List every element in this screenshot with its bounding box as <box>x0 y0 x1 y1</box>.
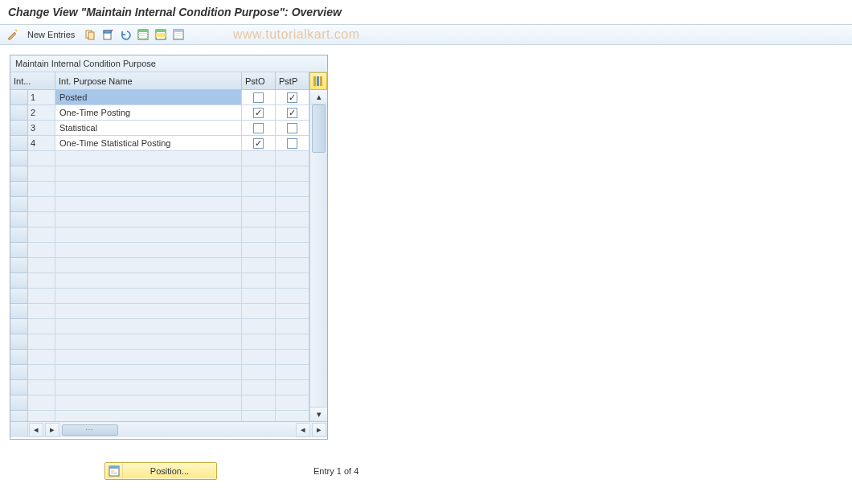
scroll-track[interactable] <box>310 104 327 407</box>
table-row-empty <box>10 304 309 319</box>
checkbox[interactable] <box>287 138 297 149</box>
select-block-icon[interactable] <box>154 27 168 42</box>
svg-rect-16 <box>174 35 183 36</box>
delete-icon[interactable] <box>100 27 115 42</box>
cell-pstp[interactable] <box>276 121 309 136</box>
checkbox[interactable] <box>253 138 264 149</box>
cell-empty <box>276 197 309 212</box>
table-row[interactable]: 3Statistical <box>10 121 309 136</box>
row-selector[interactable] <box>10 227 28 243</box>
row-selector[interactable] <box>10 380 28 395</box>
cell-empty <box>28 227 55 243</box>
table-row-empty <box>10 273 309 289</box>
select-all-icon[interactable] <box>136 27 150 42</box>
column-header-id[interactable]: Int... <box>10 72 55 90</box>
cell-empty <box>55 365 242 380</box>
cell-id[interactable]: 4 <box>28 136 55 151</box>
cell-empty <box>242 334 276 350</box>
vertical-scrollbar[interactable]: ▴ ▾ <box>309 90 327 421</box>
cell-empty <box>55 304 242 319</box>
row-selector[interactable] <box>10 151 28 166</box>
cell-empty <box>276 212 309 227</box>
svg-rect-12 <box>156 33 166 37</box>
scroll-right-icon[interactable]: ▸ <box>312 423 326 437</box>
hscroll-track[interactable] <box>62 424 117 436</box>
column-header-name[interactable]: Int. Purpose Name <box>55 72 242 90</box>
cell-name[interactable]: One-Time Posting <box>55 105 242 121</box>
cell-psto[interactable] <box>242 90 276 105</box>
checkbox[interactable] <box>287 123 297 133</box>
cell-id[interactable]: 1 <box>28 90 55 105</box>
scroll-left-icon[interactable]: ◂ <box>29 423 43 437</box>
cell-name[interactable]: One-Time Statistical Posting <box>55 136 242 151</box>
cell-empty <box>55 243 242 258</box>
row-selector[interactable] <box>10 365 28 380</box>
undo-icon[interactable] <box>118 27 133 42</box>
row-selector[interactable] <box>10 289 28 304</box>
cell-pstp[interactable] <box>276 136 309 151</box>
table-row[interactable]: 2One-Time Posting <box>10 105 309 121</box>
scroll-up-icon[interactable]: ▴ <box>310 90 327 104</box>
row-selector[interactable] <box>10 212 28 227</box>
configure-columns-icon[interactable] <box>309 72 327 90</box>
checkbox[interactable] <box>287 92 297 103</box>
scroll-right-inner-icon[interactable]: ▸ <box>45 423 59 437</box>
cell-empty <box>242 380 276 395</box>
checkbox[interactable] <box>253 92 264 103</box>
row-selector[interactable] <box>10 182 28 197</box>
table-row-empty <box>10 258 309 273</box>
row-selector[interactable] <box>10 350 28 365</box>
position-button[interactable]: Position... <box>104 462 217 480</box>
row-selector[interactable] <box>10 411 28 421</box>
toolbar: New Entries www.tutorialkart.com <box>0 24 852 45</box>
cell-id[interactable]: 2 <box>28 105 55 121</box>
row-selector[interactable] <box>10 304 28 319</box>
row-selector[interactable] <box>10 258 28 273</box>
checkbox[interactable] <box>287 108 297 118</box>
scroll-thumb[interactable] <box>312 104 326 153</box>
panel-title: Maintain Internal Condition Purpose <box>10 55 327 72</box>
cell-empty <box>242 365 276 380</box>
row-selector[interactable] <box>10 273 28 289</box>
checkbox[interactable] <box>253 123 264 133</box>
hscroll-thumb[interactable] <box>62 424 118 436</box>
table-row-empty <box>10 380 309 395</box>
row-selector[interactable] <box>10 319 28 334</box>
scroll-left-end-icon[interactable]: ◂ <box>296 423 310 437</box>
cell-empty <box>55 258 242 273</box>
column-header-pstp[interactable]: PstP <box>276 72 309 90</box>
cell-empty <box>28 365 55 380</box>
row-selector[interactable] <box>10 197 28 212</box>
checkbox[interactable] <box>253 108 264 118</box>
cell-name[interactable]: Posted <box>55 90 242 105</box>
horizontal-scrollbar[interactable]: ◂ ▸ ◂ ▸ <box>10 421 327 437</box>
row-selector[interactable] <box>10 121 28 136</box>
row-selector[interactable] <box>10 136 28 151</box>
table-row[interactable]: 1Posted <box>10 90 309 105</box>
cell-pstp[interactable] <box>276 105 309 121</box>
cell-id[interactable]: 3 <box>28 121 55 136</box>
cell-name-text: Posted <box>58 92 88 102</box>
cell-psto[interactable] <box>242 121 276 136</box>
cell-empty <box>276 273 309 289</box>
copy-as-icon[interactable] <box>83 27 97 42</box>
new-entries-button[interactable]: New Entries <box>23 28 80 41</box>
table-row[interactable]: 4One-Time Statistical Posting <box>10 136 309 151</box>
scroll-down-icon[interactable]: ▾ <box>310 407 327 421</box>
row-selector[interactable] <box>10 243 28 258</box>
cell-psto[interactable] <box>242 136 276 151</box>
cell-pstp[interactable] <box>276 90 309 105</box>
cell-empty <box>276 380 309 395</box>
other-view-icon[interactable] <box>5 27 19 42</box>
row-selector[interactable] <box>10 395 28 411</box>
deselect-all-icon[interactable] <box>171 27 186 42</box>
cell-empty <box>28 182 55 197</box>
row-selector[interactable] <box>10 105 28 121</box>
row-selector[interactable] <box>10 334 28 350</box>
row-selector[interactable] <box>10 90 28 105</box>
cell-name[interactable]: Statistical <box>55 121 242 136</box>
row-selector[interactable] <box>10 166 28 182</box>
cell-empty <box>276 350 309 365</box>
cell-psto[interactable] <box>242 105 276 121</box>
column-header-psto[interactable]: PstO <box>242 72 276 90</box>
